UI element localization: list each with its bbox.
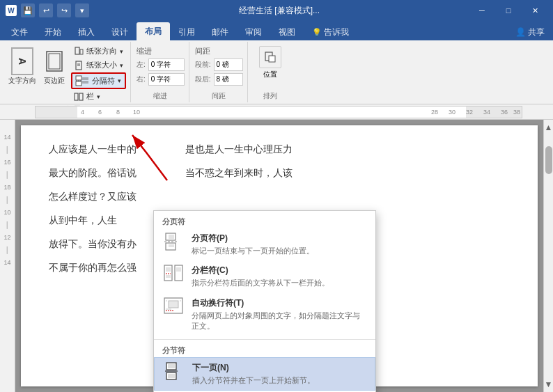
dropdown-section-section-breaks: 分节符 — [154, 343, 375, 357]
svg-rect-7 — [76, 76, 81, 80]
breaks-label: 分隔符 — [92, 76, 115, 86]
title-bar-left: W 💾 ↩ ↪ ▾ — [6, 3, 89, 17]
text-wrap-text: 自动换行符(T) 分隔网页上的对象周围的文字，如分隔题注文字与正文。 — [192, 297, 367, 332]
svg-rect-1 — [49, 54, 60, 69]
position-button[interactable] — [259, 46, 281, 68]
indent-right-input[interactable]: 0 字符 — [148, 73, 185, 86]
spacing-before-input[interactable]: 0 磅 — [214, 58, 243, 71]
text-direction-label: 文字方向 — [8, 77, 36, 85]
orientation-label: 纸张方向 — [86, 46, 117, 56]
svg-rect-17 — [269, 56, 275, 62]
breaks-button[interactable]: 分隔符 ▾ — [71, 72, 126, 89]
ribbon-content: A 文字方向 页边距 — [0, 40, 553, 104]
doc-line-1: 人应该是人一生中的 是也是人一生中心理压力 — [49, 139, 510, 159]
spacing-controls: 间距 段前: 0 磅 段后: 8 磅 — [195, 43, 243, 91]
tab-file[interactable]: 文件 — [3, 24, 36, 40]
arrange-controls: 位置 — [259, 43, 281, 91]
tab-home[interactable]: 开始 — [36, 24, 70, 40]
ribbon-group-indent: 缩进 左: 0 字符 右: 0 字符 缩进 — [132, 42, 189, 102]
horizontal-ruler: 4 6 8 10 28 30 32 34 36 38 — [35, 106, 522, 118]
paper-size-button[interactable]: 纸张大小 ▾ — [71, 58, 126, 72]
indent-left-label: 左: — [137, 60, 146, 70]
spacing-before-label: 段前: — [195, 60, 211, 70]
svg-rect-26 — [164, 265, 172, 281]
spacing-after-input[interactable]: 8 磅 — [214, 73, 243, 86]
tab-design[interactable]: 设计 — [103, 24, 137, 40]
svg-rect-27 — [175, 265, 182, 281]
scroll-down-arrow[interactable]: ▼ — [545, 379, 553, 389]
svg-rect-14 — [75, 93, 78, 100]
doc-line-3: 怎么样度过？又应该 — [49, 187, 510, 206]
tab-insert[interactable]: 插入 — [70, 24, 103, 40]
save-button[interactable]: 💾 — [21, 3, 35, 17]
indent-title: 缩进 — [137, 46, 152, 56]
svg-rect-15 — [79, 93, 83, 100]
column-break-icon — [162, 265, 185, 287]
paper-size-label: 纸张大小 — [86, 60, 117, 70]
svg-rect-3 — [80, 49, 83, 54]
page-margins-button[interactable]: 页边距 — [39, 45, 70, 88]
dropdown-divider — [154, 339, 375, 340]
document-title: 经营生活 [兼容模式]... — [89, 5, 469, 17]
vertical-scrollbar[interactable]: ▲ ▼ — [543, 120, 553, 392]
vertical-ruler: 14 │ 16 │ 18 │ 10 │ 12 │ 14 — [0, 120, 15, 392]
ribbon-group-spacing: 间距 段前: 0 磅 段后: 8 磅 间距 — [191, 42, 248, 102]
dropdown-item-next-page[interactable]: 下一页(N) 插入分节符并在下一页上开始新节。 — [154, 357, 375, 391]
orientation-button[interactable]: 纸张方向 ▾ — [71, 45, 126, 58]
redo-button[interactable]: ↪ — [57, 3, 71, 17]
ruler-area: 4 6 8 10 28 30 32 34 36 38 — [0, 104, 553, 120]
svg-rect-2 — [75, 47, 79, 54]
text-wrap-icon — [162, 297, 185, 320]
breaks-dropdown: 分页符 分页符(P) 标记一页结束与下一页开始的位置。 — [153, 210, 376, 392]
window-controls: ─ □ ✕ — [469, 1, 547, 20]
page-margins-label: 页边距 — [44, 77, 65, 85]
indent-controls: 缩进 左: 0 字符 右: 0 字符 — [137, 43, 185, 91]
close-button[interactable]: ✕ — [522, 1, 547, 20]
page-break-text: 分页符(P) 标记一页结束与下一页开始的位置。 — [192, 233, 367, 256]
tab-layout[interactable]: 布局 — [137, 22, 170, 40]
position-label: 位置 — [263, 70, 277, 79]
word-icon: W — [6, 5, 17, 16]
spacing-group-label: 间距 — [212, 91, 226, 101]
spacing-title: 间距 — [195, 46, 210, 56]
scroll-up-arrow[interactable]: ▲ — [545, 123, 553, 132]
next-page-icon — [163, 362, 185, 384]
ribbon-group-page-setup: A 文字方向 页边距 — [3, 42, 131, 102]
ribbon-tab-bar: 文件 开始 插入 设计 布局 引用 邮件 审阅 视图 💡告诉我 👤共享 — [0, 21, 553, 40]
spacing-after-label: 段后: — [195, 75, 211, 84]
page-setup-controls: A 文字方向 页边距 — [7, 43, 126, 103]
customize-qat-button[interactable]: ▾ — [75, 3, 89, 17]
svg-rect-38 — [169, 301, 178, 308]
column-break-text: 分栏符(C) 指示分栏符后面的文字将从下一栏开始。 — [192, 265, 367, 288]
tab-mailings[interactable]: 邮件 — [203, 24, 237, 40]
text-direction-button[interactable]: A 文字方向 — [7, 45, 38, 88]
tab-view[interactable]: 视图 — [270, 24, 304, 40]
columns-label: 栏 — [86, 91, 94, 102]
title-bar: W 💾 ↩ ↪ ▾ 经营生活 [兼容模式]... ─ □ ✕ — [0, 0, 553, 21]
indent-group-label: 缩进 — [153, 91, 167, 101]
svg-rect-9 — [76, 81, 81, 86]
dropdown-item-column-break[interactable]: 分栏符(C) 指示分栏符后面的文字将从下一栏开始。 — [154, 260, 375, 292]
tab-tell-me[interactable]: 💡告诉我 — [304, 24, 357, 40]
indent-left-input[interactable]: 0 字符 — [148, 58, 185, 71]
minimize-button[interactable]: ─ — [469, 1, 494, 20]
tab-share[interactable]: 👤共享 — [507, 24, 553, 40]
ribbon-group-arrange: 位置 排列 — [249, 42, 291, 102]
page-break-icon — [162, 233, 185, 255]
doc-line-2: 最大的阶段。俗话说 当不惑之年到来时，人该 — [49, 163, 510, 182]
tab-review[interactable]: 审阅 — [237, 24, 270, 40]
columns-button[interactable]: 栏 ▾ — [71, 90, 126, 103]
arrange-group-label: 排列 — [263, 91, 277, 101]
scrollbar-thumb[interactable] — [545, 146, 552, 174]
maximize-button[interactable]: □ — [496, 1, 521, 20]
dropdown-section-page-breaks: 分页符 — [154, 214, 375, 228]
undo-button[interactable]: ↩ — [39, 3, 53, 17]
indent-right-label: 右: — [137, 75, 146, 84]
dropdown-item-page-break[interactable]: 分页符(P) 标记一页结束与下一页开始的位置。 — [154, 228, 375, 260]
tab-references[interactable]: 引用 — [170, 24, 203, 40]
dropdown-item-text-wrap[interactable]: 自动换行符(T) 分隔网页上的对象周围的文字，如分隔题注文字与正文。 — [154, 293, 375, 336]
page-setup-small-buttons: 纸张方向 ▾ 纸张大小 ▾ — [71, 45, 126, 103]
next-page-text: 下一页(N) 插入分节符并在下一页上开始新节。 — [192, 362, 366, 386]
